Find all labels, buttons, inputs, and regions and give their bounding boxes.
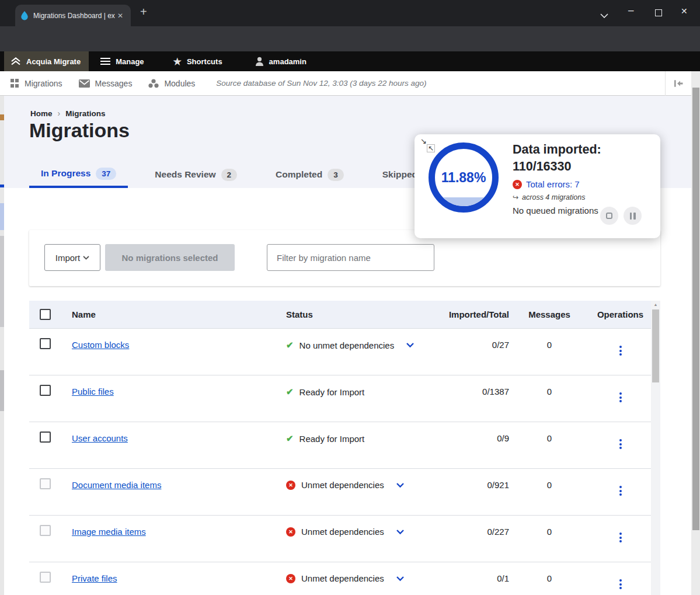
toolbar-item-manage[interactable]: Manage xyxy=(93,51,151,71)
new-tab-button[interactable]: + xyxy=(140,5,147,19)
messages-count: 0 xyxy=(547,433,552,443)
status-text: Unmet dependencies xyxy=(301,480,384,490)
status-error-icon: ✕ xyxy=(286,481,295,490)
menu-icon xyxy=(100,56,110,66)
migration-link[interactable]: Image media items xyxy=(72,527,146,537)
background-window-sliver xyxy=(0,96,4,595)
page-scrollbar[interactable] xyxy=(691,71,700,595)
header-status: Status xyxy=(272,309,438,319)
user-icon xyxy=(255,57,264,66)
window-minimize-button[interactable]: – xyxy=(628,5,633,16)
collapse-toolbar-button[interactable] xyxy=(665,71,691,96)
toolbar-item-acquia-migrate[interactable]: Acquia Migrate xyxy=(4,51,89,71)
breadcrumb-separator: › xyxy=(58,109,61,118)
operations-kebab-icon[interactable] xyxy=(619,346,622,356)
resize-handle-icon[interactable]: ↖ xyxy=(427,144,435,152)
tab-close-icon[interactable]: ✕ xyxy=(117,12,123,20)
progress-percent: 11.88% xyxy=(435,149,492,206)
queue-status: No queued migrations xyxy=(513,206,598,215)
operations-kebab-icon[interactable] xyxy=(619,439,622,449)
tab-completed[interactable]: Completed 3 xyxy=(264,161,356,188)
drupal-favicon xyxy=(20,11,29,20)
import-progress-popup: ↘ ↖ 11.88% Data imported: 110/16330 ✕ To… xyxy=(415,134,660,238)
filter-input[interactable] xyxy=(267,244,434,271)
row-checkbox-disabled xyxy=(40,572,51,583)
resize-handle-icon[interactable]: ↘ xyxy=(420,137,427,145)
header-operations: Operations xyxy=(590,309,651,319)
import-label: Import xyxy=(55,253,81,263)
browser-tab[interactable]: Migrations Dashboard | example ✕ xyxy=(15,5,131,26)
toolbar-item-shortcuts[interactable]: ★ Shortcuts xyxy=(166,51,229,71)
row-checkbox[interactable] xyxy=(40,432,51,443)
error-icon: ✕ xyxy=(513,180,522,189)
status-ok-icon: ✔ xyxy=(286,387,294,397)
toolbar-item-user[interactable]: amadamin xyxy=(248,51,314,71)
breadcrumb-current: Migrations xyxy=(65,109,105,118)
toolbar-item-migrations[interactable]: Migrations xyxy=(11,79,62,88)
migration-link[interactable]: User accounts xyxy=(72,433,128,443)
across-migrations-text: across 4 migrations xyxy=(522,193,585,201)
table-row: Custom blocks ✔No unmet dependencies 0/2… xyxy=(29,328,660,375)
window-maximize-button[interactable] xyxy=(655,9,662,16)
admin-toolbar: Acquia Migrate Manage ★ Shortcuts amadam… xyxy=(0,51,700,71)
breadcrumb-home-link[interactable]: Home xyxy=(30,109,53,118)
status-ok-icon: ✔ xyxy=(286,433,294,444)
operations-kebab-icon[interactable] xyxy=(619,579,622,589)
stop-button[interactable] xyxy=(600,207,618,225)
header-imported: Imported/Total xyxy=(438,309,509,319)
status-text: Unmet dependencies xyxy=(301,527,384,537)
table-row: Public files ✔Ready for Import 0/1387 0 xyxy=(29,375,660,422)
toolbar-item-messages[interactable]: Messages xyxy=(79,79,133,88)
row-checkbox[interactable] xyxy=(40,385,51,396)
tab-count-badge: 2 xyxy=(221,169,238,181)
operations-kebab-icon[interactable] xyxy=(619,533,622,542)
table-scrollbar-thumb[interactable] xyxy=(652,309,659,382)
window-close-button[interactable]: ✕ xyxy=(681,6,688,16)
toolbar-item-modules[interactable]: Modules xyxy=(148,79,195,88)
select-all-checkbox[interactable] xyxy=(40,309,51,320)
secondary-toolbar: Migrations Messages Modules Source datab… xyxy=(0,71,700,96)
status-expand-chevron[interactable] xyxy=(396,482,405,488)
messages-count: 0 xyxy=(547,340,552,350)
data-imported-value: 110/16330 xyxy=(513,159,571,174)
operations-kebab-icon[interactable] xyxy=(619,392,622,402)
total-errors-link[interactable]: Total errors: 7 xyxy=(526,179,580,189)
page-title: Migrations xyxy=(29,119,130,142)
messages-count: 0 xyxy=(547,573,552,583)
status-text: Ready for Import xyxy=(299,434,365,444)
tab-needs-review[interactable]: Needs Review 2 xyxy=(143,161,249,188)
row-checkbox[interactable] xyxy=(40,338,51,349)
migrations-table: Name Status Imported/Total Messages Oper… xyxy=(29,301,660,595)
imported-total: 0/1 xyxy=(497,573,509,583)
status-text: Ready for Import xyxy=(299,387,365,397)
messages-count: 0 xyxy=(547,527,552,537)
header-name: Name xyxy=(62,309,272,319)
tab-search-icon[interactable] xyxy=(600,10,608,20)
tab-label: Needs Review xyxy=(155,169,215,180)
pause-button[interactable] xyxy=(624,207,642,225)
collapse-left-icon xyxy=(673,79,684,88)
migration-link[interactable]: Document media items xyxy=(72,480,161,490)
status-expand-chevron[interactable] xyxy=(396,576,405,582)
migration-link[interactable]: Custom blocks xyxy=(72,340,129,350)
import-dropdown-button[interactable]: Import xyxy=(44,244,100,271)
messages-count: 0 xyxy=(547,387,552,396)
status-text: No unmet dependencies xyxy=(299,340,395,350)
status-expand-chevron[interactable] xyxy=(406,342,415,348)
stop-icon xyxy=(606,213,612,219)
star-icon: ★ xyxy=(173,56,182,67)
scroll-up-arrow[interactable]: ▲ xyxy=(651,302,660,307)
table-row: Document media items ✕Unmet dependencies… xyxy=(29,468,660,515)
status-expand-chevron[interactable] xyxy=(396,529,405,535)
page-scrollbar-thumb[interactable] xyxy=(692,88,699,530)
no-migrations-selected-button[interactable]: No migrations selected xyxy=(105,244,235,271)
grid-icon xyxy=(11,79,19,88)
migration-link[interactable]: Public files xyxy=(72,387,114,396)
operations-kebab-icon[interactable] xyxy=(619,486,622,496)
migration-link[interactable]: Private files xyxy=(72,573,117,583)
table-scrollbar[interactable]: ▲ xyxy=(651,301,660,595)
row-checkbox-disabled xyxy=(40,478,51,489)
tab-in-progress[interactable]: In Progress 37 xyxy=(29,161,128,188)
table-header: Name Status Imported/Total Messages Oper… xyxy=(29,301,660,328)
table-row: Image media items ✕Unmet dependencies 0/… xyxy=(29,515,660,562)
